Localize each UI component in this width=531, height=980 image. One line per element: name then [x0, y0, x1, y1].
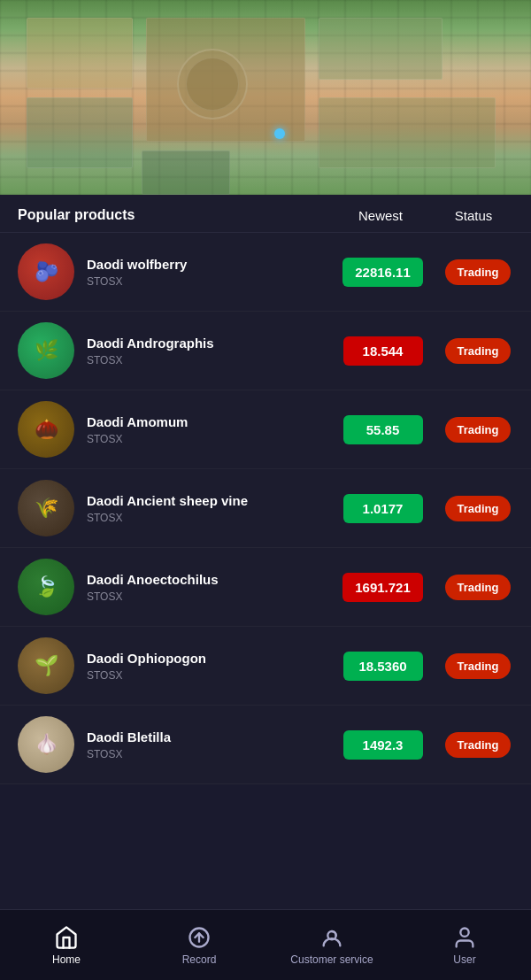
product-status: Trading — [442, 653, 513, 679]
bottom-nav: Home Record Customer service User — [0, 909, 531, 980]
product-status: Trading — [442, 575, 513, 600]
product-info: Daodi Andrographis STOSX — [87, 336, 332, 367]
product-name: Daodi Ophiopogon — [87, 651, 332, 666]
nav-record-label: Record — [182, 953, 217, 966]
product-price: 18.544 — [332, 336, 434, 366]
customer-service-icon — [319, 925, 344, 950]
status-badge: Trading — [445, 575, 512, 600]
nav-home[interactable]: Home — [0, 925, 133, 966]
header-status: Status — [434, 208, 513, 223]
product-status: Trading — [442, 732, 513, 758]
product-avatar: 🫐 — [18, 243, 74, 300]
product-avatar: 🌾 — [18, 480, 74, 536]
product-info: Daodi Amomum STOSX — [87, 414, 332, 445]
product-name: Daodi Ancient sheep vine — [87, 493, 332, 508]
product-status: Trading — [442, 496, 513, 521]
header-title: Popular products — [18, 207, 327, 223]
header-newest: Newest — [327, 208, 434, 223]
avatar-icon: 🌰 — [18, 401, 74, 458]
home-icon — [54, 925, 79, 950]
product-info: Daodi Ancient sheep vine STOSX — [87, 493, 332, 524]
product-row[interactable]: 🫐 Daodi wolfberry STOSX 22816.11 Trading — [0, 233, 531, 312]
product-avatar: 🌿 — [18, 322, 74, 379]
product-row[interactable]: 🧄 Daodi Bletilla STOSX 1492.3 Trading — [0, 706, 531, 784]
product-price: 1691.721 — [332, 573, 434, 602]
status-badge: Trading — [445, 653, 512, 679]
product-name: Daodi wolfberry — [87, 257, 332, 272]
status-badge: Trading — [445, 496, 512, 521]
product-list: 🫐 Daodi wolfberry STOSX 22816.11 Trading… — [0, 233, 531, 784]
product-exchange: STOSX — [87, 748, 332, 760]
price-badge: 1.0177 — [343, 494, 423, 523]
status-badge: Trading — [445, 338, 512, 364]
nav-home-label: Home — [52, 953, 81, 966]
avatar-icon: 🌱 — [18, 637, 74, 694]
product-status: Trading — [442, 338, 513, 364]
nav-customer-service-label: Customer service — [290, 953, 373, 966]
product-avatar: 🧄 — [18, 716, 74, 773]
status-badge: Trading — [445, 732, 512, 758]
product-exchange: STOSX — [87, 275, 332, 288]
hero-aerial-view — [0, 0, 531, 195]
nav-record[interactable]: Record — [133, 925, 266, 966]
product-row[interactable]: 🌱 Daodi Ophiopogon STOSX 18.5360 Trading — [0, 627, 531, 706]
avatar-icon: 🌾 — [18, 480, 74, 536]
product-status: Trading — [442, 259, 513, 285]
avatar-icon: 🍃 — [18, 559, 74, 615]
product-name: Daodi Bletilla — [87, 729, 332, 745]
product-name: Daodi Amomum — [87, 414, 332, 429]
avatar-icon: 🌿 — [18, 322, 74, 379]
product-name: Daodi Anoectochilus — [87, 572, 332, 587]
product-row[interactable]: 🌰 Daodi Amomum STOSX 55.85 Trading — [0, 390, 531, 469]
product-info: Daodi wolfberry STOSX — [87, 257, 332, 288]
product-row[interactable]: 🍃 Daodi Anoectochilus STOSX 1691.721 Tra… — [0, 548, 531, 627]
price-badge: 22816.11 — [342, 258, 423, 287]
product-avatar: 🍃 — [18, 559, 74, 615]
product-price: 55.85 — [332, 415, 434, 444]
user-icon — [452, 925, 477, 950]
product-exchange: STOSX — [87, 590, 332, 603]
status-badge: Trading — [445, 259, 512, 285]
products-header: Popular products Newest Status — [0, 195, 531, 233]
product-info: Daodi Anoectochilus STOSX — [87, 572, 332, 603]
map-location-dot — [274, 128, 285, 139]
avatar-icon: 🫐 — [18, 243, 74, 300]
product-exchange: STOSX — [87, 354, 332, 367]
product-row[interactable]: 🌾 Daodi Ancient sheep vine STOSX 1.0177 … — [0, 469, 531, 548]
product-price: 18.5360 — [332, 652, 434, 681]
product-price: 22816.11 — [332, 258, 434, 287]
product-avatar: 🌰 — [18, 401, 74, 458]
product-row[interactable]: 🌿 Daodi Andrographis STOSX 18.544 Tradin… — [0, 312, 531, 390]
product-info: Daodi Bletilla STOSX — [87, 729, 332, 760]
product-price: 1.0177 — [332, 494, 434, 523]
product-exchange: STOSX — [87, 512, 332, 524]
product-avatar: 🌱 — [18, 637, 74, 694]
svg-point-3 — [460, 928, 468, 936]
status-badge: Trading — [445, 417, 512, 443]
product-exchange: STOSX — [87, 433, 332, 445]
product-info: Daodi Ophiopogon STOSX — [87, 651, 332, 682]
price-badge: 18.544 — [343, 336, 423, 366]
record-icon — [187, 925, 212, 950]
nav-user-label: User — [453, 953, 475, 966]
avatar-icon: 🧄 — [18, 716, 74, 773]
hero-banner — [0, 0, 531, 195]
price-badge: 1691.721 — [342, 573, 423, 602]
nav-user[interactable]: User — [398, 925, 531, 966]
product-exchange: STOSX — [87, 669, 332, 682]
price-badge: 55.85 — [343, 415, 423, 444]
price-badge: 1492.3 — [343, 730, 423, 760]
price-badge: 18.5360 — [343, 652, 423, 681]
nav-customer-service[interactable]: Customer service — [266, 925, 398, 966]
products-section: Popular products Newest Status 🫐 Daodi w… — [0, 195, 531, 784]
product-price: 1492.3 — [332, 730, 434, 760]
product-name: Daodi Andrographis — [87, 336, 332, 351]
product-status: Trading — [442, 417, 513, 443]
